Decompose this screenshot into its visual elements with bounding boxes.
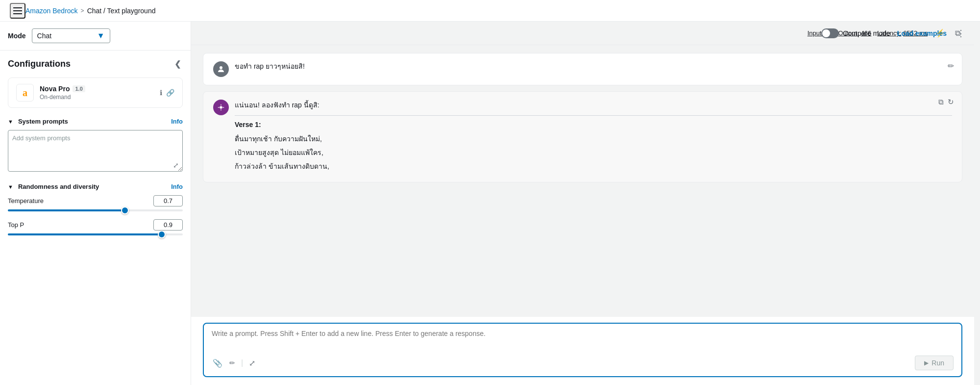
input-area: 📎 ✏ | ⤢ ▶ Run bbox=[191, 317, 974, 385]
top-p-slider-fill bbox=[8, 233, 162, 235]
ai-message: แน่นอน! ลองฟังทำ rap นี้ดูสิ: Verse 1: ต… bbox=[203, 91, 962, 182]
mode-dropdown[interactable]: Chat ▼ bbox=[32, 28, 110, 43]
breadcrumb-separator: > bbox=[81, 7, 84, 14]
model-version-badge: 1.0 bbox=[73, 85, 85, 92]
svg-rect-1 bbox=[13, 10, 22, 11]
temperature-header: Temperature 0.7 bbox=[8, 195, 183, 206]
temperature-slider-thumb[interactable] bbox=[121, 206, 129, 214]
collapse-button[interactable]: ❮ bbox=[172, 58, 183, 70]
input-box: 📎 ✏ | ⤢ ▶ Run bbox=[203, 323, 962, 377]
expand-textarea-icon[interactable]: ⤢ bbox=[173, 161, 179, 169]
verse-title: Verse 1: bbox=[235, 121, 952, 128]
system-prompts-section: ▼ System prompts Info ⤢ bbox=[8, 118, 183, 173]
top-p-slider-track[interactable] bbox=[8, 233, 183, 235]
brush-icon[interactable]: ✏ bbox=[228, 358, 236, 368]
ai-content: แน่นอน! ลองฟังทำ rap นี้ดูสิ: Verse 1: ต… bbox=[235, 100, 952, 174]
mode-value: Chat bbox=[37, 32, 52, 40]
attachment-icon[interactable]: 📎 bbox=[212, 358, 223, 369]
refresh-message-button[interactable]: ↻ bbox=[948, 98, 954, 106]
breadcrumb-home[interactable]: Amazon Bedrock bbox=[25, 7, 78, 15]
breadcrumb-current: Chat / Text playground bbox=[87, 7, 156, 15]
edit-message-icon[interactable]: ✏ bbox=[948, 61, 954, 71]
temperature-label: Temperature bbox=[8, 197, 44, 205]
randomness-section: ▼ Randomness and diversity Info Temperat… bbox=[8, 183, 183, 235]
mode-bar: Mode Chat ▼ Compare mode Load examples ⋮ bbox=[0, 22, 191, 51]
prompt-input[interactable] bbox=[212, 330, 954, 349]
model-info: Nova Pro 1.0 On-demand bbox=[40, 85, 154, 101]
model-card: a Nova Pro 1.0 On-demand ℹ 🔗 bbox=[8, 77, 183, 108]
chat-area: Input: 19 Output: 466 Latency: 6552 ms ⚡… bbox=[191, 22, 974, 385]
model-subtext: On-demand bbox=[40, 94, 154, 101]
copy-message-button[interactable]: ⧉ bbox=[938, 98, 944, 106]
user-avatar bbox=[213, 61, 229, 77]
top-p-value[interactable]: 0.9 bbox=[153, 219, 183, 231]
temperature-slider-fill bbox=[8, 209, 125, 211]
temperature-row: Temperature 0.7 bbox=[8, 195, 183, 211]
sidebar: Mode Chat ▼ Compare mode Load examples ⋮… bbox=[0, 22, 191, 385]
config-panel: Configurations ❮ a Nova Pro 1.0 On-deman… bbox=[0, 51, 191, 385]
play-icon: ▶ bbox=[924, 359, 929, 366]
fullscreen-icon[interactable]: ⤢ bbox=[248, 358, 256, 369]
svg-rect-0 bbox=[13, 7, 22, 8]
user-message-text: ขอทำ rap ยาวๆหน่อยสิ! bbox=[235, 61, 952, 72]
ai-message-actions: ⧉ ↻ bbox=[938, 98, 954, 106]
run-button[interactable]: ▶ Run bbox=[915, 356, 954, 370]
randomness-info[interactable]: Info bbox=[171, 183, 183, 190]
system-prompts-info[interactable]: Info bbox=[171, 118, 183, 125]
config-title-text: Configurations bbox=[8, 59, 71, 69]
input-separator: | bbox=[241, 359, 243, 367]
right-panel bbox=[974, 22, 980, 385]
breadcrumb: Amazon Bedrock > Chat / Text playground bbox=[25, 7, 155, 15]
ai-intro-text: แน่นอน! ลองฟังทำ rap นี้ดูสิ: bbox=[235, 100, 952, 110]
model-icons: ℹ 🔗 bbox=[160, 89, 174, 97]
section-toggle-icon[interactable]: ▼ bbox=[8, 119, 13, 125]
system-prompts-title: System prompts bbox=[18, 118, 68, 125]
user-message: ขอทำ rap ยาวๆหน่อยสิ! ✏ bbox=[203, 53, 962, 85]
randomness-title: Randomness and diversity bbox=[18, 183, 99, 190]
chevron-down-icon: ▼ bbox=[97, 31, 105, 40]
model-name-text: Nova Pro bbox=[40, 85, 70, 93]
temperature-slider-track[interactable] bbox=[8, 209, 183, 211]
svg-point-3 bbox=[220, 66, 222, 69]
verse-line-2: เป้าหมายสูงสุด ไม่ยอมแพ้ใคร, bbox=[235, 147, 952, 159]
top-p-slider-thumb[interactable] bbox=[158, 231, 166, 238]
svg-rect-2 bbox=[13, 13, 22, 14]
verse-line-1: ตื่นมาทุกเช้า กับความฝันใหม่, bbox=[235, 133, 952, 145]
system-prompt-input[interactable] bbox=[8, 130, 183, 172]
mode-label: Mode bbox=[8, 32, 26, 40]
config-title-row: Configurations ❮ bbox=[8, 58, 183, 70]
verse-line-3: ก้าวล่วงล้า ข้ามเส้นทางดิบดาน, bbox=[235, 161, 952, 173]
system-prompts-header: ▼ System prompts Info bbox=[8, 118, 183, 125]
input-footer: 📎 ✏ | ⤢ ▶ Run bbox=[212, 356, 954, 370]
randomness-header: ▼ Randomness and diversity Info bbox=[8, 183, 183, 190]
svg-point-5 bbox=[220, 106, 222, 109]
link-icon[interactable]: 🔗 bbox=[166, 89, 174, 97]
info-icon[interactable]: ℹ bbox=[160, 89, 162, 97]
messages-container: ขอทำ rap ยาวๆหน่อยสิ! ✏ แน่นอน! ลองฟังทำ… bbox=[191, 45, 974, 317]
run-button-label: Run bbox=[931, 359, 944, 367]
top-p-header: Top P 0.9 bbox=[8, 219, 183, 231]
randomness-toggle-icon[interactable]: ▼ bbox=[8, 184, 13, 190]
top-nav: Amazon Bedrock > Chat / Text playground bbox=[0, 0, 980, 22]
model-name-row: Nova Pro 1.0 bbox=[40, 85, 154, 93]
hamburger-button[interactable] bbox=[10, 3, 25, 19]
top-p-row: Top P 0.9 bbox=[8, 219, 183, 235]
temperature-value[interactable]: 0.7 bbox=[153, 195, 183, 206]
model-logo: a bbox=[16, 84, 34, 102]
top-p-label: Top P bbox=[8, 221, 24, 229]
ai-avatar bbox=[213, 100, 229, 115]
ai-divider bbox=[235, 115, 952, 116]
